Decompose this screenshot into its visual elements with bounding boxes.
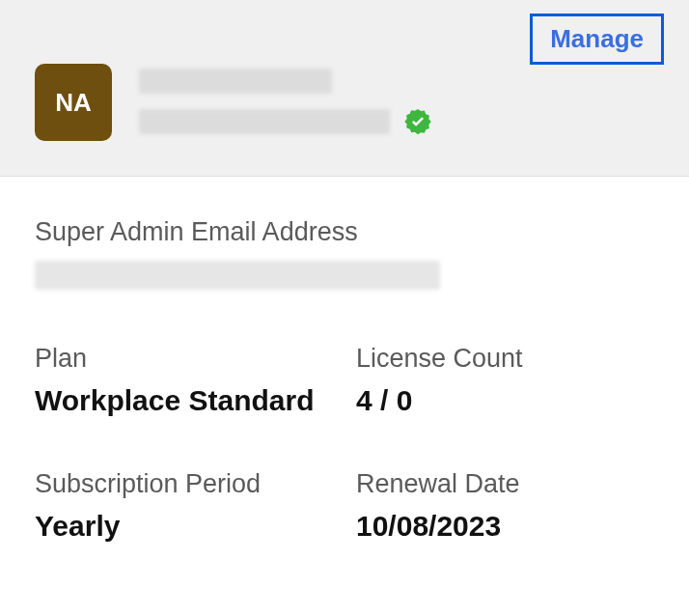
subscription-period-value: Yearly (35, 507, 333, 545)
redacted-email (35, 261, 440, 290)
info-grid: Plan Workplace Standard License Count 4 … (35, 344, 654, 545)
license-count-label: License Count (356, 344, 654, 374)
verified-icon (403, 107, 432, 136)
subscription-period-label: Subscription Period (35, 469, 333, 499)
manage-button[interactable]: Manage (530, 14, 664, 65)
super-admin-label: Super Admin Email Address (35, 217, 654, 247)
details-section: Super Admin Email Address Plan Workplace… (0, 177, 689, 568)
profile-row: NA (35, 64, 654, 141)
subscription-period-cell: Subscription Period Yearly (35, 469, 333, 545)
plan-label: Plan (35, 344, 333, 374)
redacted-org-row (139, 107, 432, 136)
profile-lines (139, 69, 432, 136)
plan-cell: Plan Workplace Standard (35, 344, 333, 419)
renewal-date-cell: Renewal Date 10/08/2023 (356, 469, 654, 545)
renewal-date-label: Renewal Date (356, 469, 654, 499)
redacted-name (139, 69, 332, 94)
license-count-value: 4 / 0 (356, 381, 654, 419)
renewal-date-value: 10/08/2023 (356, 507, 654, 545)
license-count-cell: License Count 4 / 0 (356, 344, 654, 419)
account-header: Manage NA (0, 0, 689, 177)
avatar: NA (35, 64, 112, 141)
redacted-org (139, 109, 390, 134)
plan-value: Workplace Standard (35, 381, 333, 419)
